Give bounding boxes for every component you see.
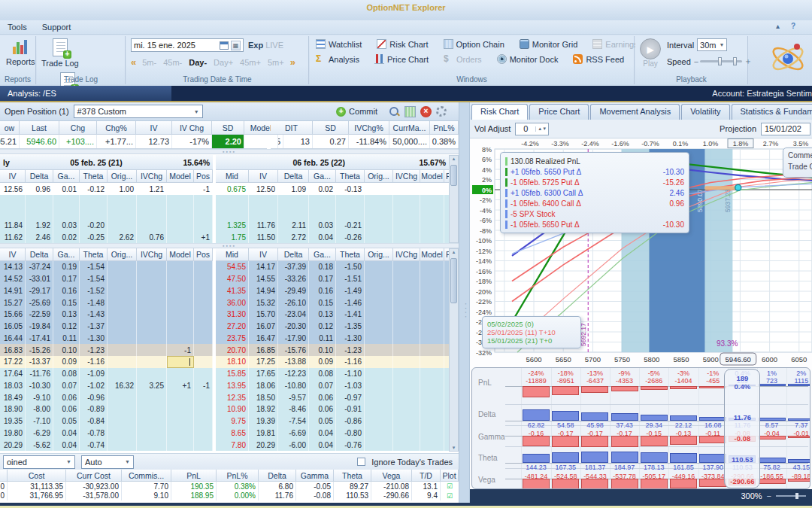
projection-date-input[interactable]: 15/01/202 (761, 123, 810, 135)
ribbon-window-button[interactable]: RSS Feed (570, 53, 627, 65)
export-icon[interactable] (404, 106, 416, 117)
strategy-select[interactable]: #378 Custom▼ (74, 105, 203, 118)
option-row[interactable]: 11.622.460.02-0.252.620.76+1 (0, 231, 213, 243)
option-row[interactable]: 14.91-29.170.16-1.52 (0, 285, 213, 297)
play-button[interactable]: ▶ Play (640, 38, 661, 68)
option-row[interactable]: 54.5514.17-37.390.18-1.50 (216, 261, 449, 273)
option-row[interactable]: 18.49-9.100.06-0.96 (0, 391, 213, 403)
option-row[interactable]: 20.29-5.620.04-0.74 (0, 439, 213, 451)
zoom-slider[interactable] (776, 495, 806, 497)
splitter-handle[interactable]: ▪▪▪▪ (0, 149, 459, 154)
settings-gear-icon[interactable] (436, 106, 447, 117)
reports-button[interactable]: Reports (2, 36, 40, 68)
date-nav-step[interactable]: 5m+ (268, 58, 284, 67)
date-nav-step[interactable]: 5m- (142, 58, 156, 67)
auto-mode-select[interactable]: Auto▼ (81, 455, 134, 469)
option-row[interactable]: 47.5014.55-33.260.17-1.51 (216, 273, 449, 285)
option-row[interactable] (0, 195, 213, 207)
option-row[interactable] (216, 195, 449, 207)
option-row[interactable]: 20.7016.85-15.760.10-1.23 (216, 344, 449, 356)
option-row[interactable] (216, 207, 449, 219)
option-row[interactable]: 15.27-25.690.15-1.48 (0, 297, 213, 309)
option-row[interactable]: 11.841.920.03-0.20 (0, 219, 213, 231)
calls-scrollbar[interactable]: ▴ (449, 155, 459, 243)
option-row[interactable]: 0.67512.501.090.02-0.13 (216, 183, 449, 195)
right-panel-tab[interactable]: Statistics & Fundamentals (732, 104, 812, 120)
zoom-out-icon[interactable]: − (767, 491, 771, 500)
option-row[interactable]: 16.83-15.260.10-1.23-1 (0, 344, 213, 356)
option-row[interactable]: 17.22-13.370.09-1.16 (0, 356, 213, 368)
option-row[interactable]: 16.05-19.840.12-1.37 (0, 321, 213, 333)
vol-adjust-stepper[interactable]: 0▲▼ (515, 123, 549, 135)
ribbon-window-button[interactable]: Monitor Grid (517, 38, 581, 50)
menu-item[interactable]: Support (35, 20, 79, 34)
option-row[interactable]: 1.32511.762.110.03-0.21 (216, 219, 449, 231)
right-panel-tab[interactable]: Risk Chart (471, 104, 528, 120)
option-row[interactable] (0, 207, 213, 219)
next-day-icon[interactable]: » (290, 56, 295, 68)
ignore-trades-checkbox[interactable] (357, 458, 365, 466)
calendar-icon[interactable] (220, 41, 229, 50)
ribbon-window-button[interactable]: Risk Chart (374, 38, 431, 50)
option-row[interactable]: 7.8020.29-6.000.04-0.76 (216, 439, 449, 451)
plot-checkbox[interactable]: ☑ (441, 492, 459, 500)
option-row[interactable]: 14.52-33.010.17-1.54 (0, 273, 213, 285)
option-row[interactable]: 9.7519.39-7.540.05-0.86 (216, 415, 449, 427)
option-row[interactable]: 12.3518.50-9.570.06-0.97 (216, 391, 449, 403)
option-row[interactable]: 36.0015.32-26.100.15-1.46 (216, 297, 449, 309)
position-row[interactable]: 031,113.35-30,923.007.70190.350.38%6.80-… (0, 482, 459, 491)
stepper-arrows-icon[interactable]: ▲▼ (535, 126, 548, 132)
panel-splitter[interactable] (459, 102, 470, 503)
option-row[interactable]: 31.3015.70-23.040.13-1.41 (216, 309, 449, 321)
interval-select[interactable]: 30m▼ (697, 38, 727, 51)
time-grid-icon[interactable]: ▦ (231, 41, 241, 50)
calls-expiry-header-1[interactable]: ly 05 feb. 25 (21) 15.64% (0, 155, 213, 170)
projection-dates-legend[interactable]: 05/02/2025 (0)25/01/2025 (11) T+1015/01/… (482, 316, 581, 348)
calls-expiry-header-2[interactable]: 06 feb. 25 (22) 15.67% (216, 155, 449, 170)
ribbon-window-button[interactable]: Analysis (313, 53, 362, 65)
combine-mode-select[interactable]: oined▼ (3, 455, 75, 469)
option-row[interactable]: 15.66-22.590.13-1.43 (0, 309, 213, 321)
speed-slider[interactable]: −＋ (694, 56, 752, 67)
trading-date-input[interactable]: mi. 15 ene. 2025 ▦ (131, 38, 244, 52)
right-panel-tab[interactable]: Volatility (681, 104, 729, 120)
option-row[interactable]: 18.03-10.300.07-1.0216.323.25+1-1 (0, 380, 213, 392)
option-row[interactable]: 41.3514.94-29.490.16-1.49 (216, 285, 449, 297)
greeks-by-price-grid[interactable]: PnL-24%-11889-18%-8951-13%-6437-9%-4353-… (471, 367, 810, 489)
option-row[interactable]: 19.80-6.290.04-0.78 (0, 427, 213, 440)
exp-label[interactable]: Exp (248, 41, 263, 50)
option-row[interactable]: 18.90-8.000.06-0.89 (0, 403, 213, 415)
ribbon-window-button[interactable]: Watchlist (313, 38, 365, 50)
risk-chart[interactable]: 5748.595795.755890.075937.235692.176.7%9… (470, 138, 812, 366)
right-panel-tab[interactable]: Price Chart (529, 104, 589, 120)
option-row[interactable]: 1.7511.502.720.04-0.26 (216, 231, 449, 243)
option-row[interactable]: 23.7516.47-17.900.11-1.30 (216, 333, 449, 345)
option-row[interactable]: 15.8517.65-12.230.08-1.10 (216, 368, 449, 380)
splitter-handle[interactable]: ▪▪▪▪ (0, 243, 459, 248)
option-row[interactable]: 8.6519.81-6.690.04-0.80 (216, 427, 449, 440)
option-row[interactable]: 27.2016.07-20.300.12-1.35 (216, 321, 449, 333)
position-legend[interactable]: 130.08 Realized PnL+1 05feb. 5650 Put Δ-… (500, 152, 689, 233)
option-row[interactable]: 12.560.960.01-0.121.001.21-1 (0, 183, 213, 195)
date-nav-step[interactable]: 45m- (163, 58, 182, 67)
date-nav-step[interactable]: Day- (189, 58, 207, 67)
ribbon-window-button[interactable]: Monitor Dock (494, 53, 562, 65)
ribbon-window-button[interactable]: Option Chain (441, 38, 508, 50)
ribbon-window-button[interactable]: Price Chart (371, 53, 432, 65)
analysis-tab[interactable]: Analysis: /ES (0, 86, 171, 101)
puts-scrollbar[interactable]: ▴▾ (449, 248, 459, 452)
option-row[interactable]: 17.64-11.760.08-1.09 (0, 368, 213, 380)
close-icon[interactable]: × (420, 106, 432, 117)
option-row[interactable]: 16.44-17.410.11-1.30 (0, 333, 213, 345)
date-nav-step[interactable]: Day+ (214, 58, 233, 67)
commit-button[interactable]: +Commit (329, 105, 384, 118)
date-nav-step[interactable]: 45m+ (240, 58, 261, 67)
option-row[interactable]: 19.35-7.100.05-0.84 (0, 415, 213, 427)
plot-checkbox[interactable]: ☑ (441, 482, 459, 490)
option-row[interactable]: 10.9018.92-8.460.06-0.91 (216, 403, 449, 415)
trade-log-button[interactable]: + Trade Log (37, 36, 83, 70)
right-panel-tab[interactable]: Movement Analysis (590, 104, 680, 120)
help-icon[interactable]: ? (791, 22, 795, 30)
ribbon-window-button[interactable]: Orders (441, 53, 485, 65)
ribbon-window-button[interactable]: Earnings (589, 38, 641, 50)
